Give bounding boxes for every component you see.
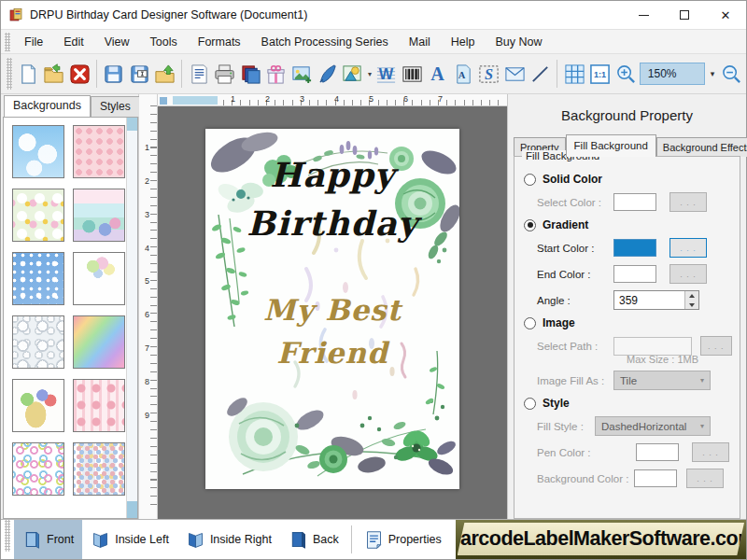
insert-shape-dropdown[interactable]: ▾	[366, 58, 374, 90]
card-greeting-line1[interactable]: Happy	[205, 155, 459, 194]
image-radio[interactable]	[524, 317, 536, 329]
background-thumbnail-pink-hearts[interactable]	[73, 125, 125, 178]
menu-formats[interactable]: Formats	[188, 32, 251, 52]
barcode-button[interactable]	[400, 58, 425, 90]
insert-image-button[interactable]	[289, 58, 314, 90]
tab-fill-background[interactable]: Fill Background	[566, 134, 656, 157]
background-thumbnail-pastel-balloons[interactable]	[73, 252, 125, 305]
zoom-level-dropdown[interactable]: ▾	[706, 63, 718, 85]
chevron-down-icon: ▾	[700, 376, 704, 385]
design-canvas[interactable]: Happy Birthday My Best Friend	[158, 106, 507, 519]
print-button[interactable]	[212, 58, 237, 90]
menu-view[interactable]: View	[94, 32, 140, 52]
angle-value[interactable]: 359	[614, 291, 684, 309]
draw-pen-button[interactable]	[315, 58, 340, 90]
close-document-button[interactable]	[67, 58, 92, 90]
maximize-button[interactable]	[664, 1, 705, 29]
image-option[interactable]: Image	[524, 316, 732, 329]
zoom-level-combobox[interactable]: 150%	[640, 63, 706, 85]
tab-styles[interactable]: Styles	[91, 96, 140, 117]
vertical-ruler: 1 2 3 4 5 6 7 8 9	[139, 94, 158, 519]
angle-spinner[interactable]: 359	[613, 290, 699, 310]
card-message-line1[interactable]: My Best	[205, 293, 459, 327]
actual-size-button[interactable]: 1:1	[587, 58, 613, 90]
properties-button[interactable]: Properties	[356, 520, 450, 559]
insert-shape-button[interactable]	[340, 58, 365, 90]
start-color-browse-button[interactable]: . . .	[669, 238, 707, 258]
solid-color-radio[interactable]	[524, 174, 536, 186]
vruler-number: 5	[145, 276, 149, 286]
gradient-option[interactable]: Gradient	[524, 218, 732, 231]
gradient-label: Gradient	[543, 218, 588, 231]
menu-buy-now[interactable]: Buy Now	[485, 32, 552, 52]
watermark-button[interactable]: W	[374, 58, 399, 90]
page-back-button[interactable]: Back	[280, 520, 347, 559]
start-color-swatch[interactable]	[613, 239, 656, 257]
menu-batch-processing-series[interactable]: Batch Processing Series	[251, 32, 399, 52]
page-inside-right-button[interactable]: Inside Right	[177, 520, 280, 559]
minimize-button[interactable]	[623, 1, 664, 29]
angle-decrement-button[interactable]	[685, 301, 698, 310]
menu-edit[interactable]: Edit	[53, 32, 94, 52]
export-file-button[interactable]	[152, 58, 177, 90]
sidebar-scrollbar[interactable]	[126, 118, 137, 518]
menu-mail[interactable]: Mail	[399, 32, 441, 52]
tab-background-effects[interactable]: Background Effects	[656, 137, 747, 157]
insert-text-button[interactable]: A	[425, 58, 450, 90]
svg-text:A: A	[458, 70, 466, 80]
print-preview-button[interactable]	[186, 58, 211, 90]
angle-increment-button[interactable]	[685, 291, 698, 301]
page-front-button[interactable]: Front	[14, 520, 82, 559]
background-thumbnail-pink-heart-curtain[interactable]	[73, 379, 125, 432]
angle-label: Angle :	[524, 295, 613, 306]
end-color-browse-button[interactable]: . . .	[669, 264, 707, 284]
insert-gift-button[interactable]	[263, 58, 289, 90]
pen-color-browse-button[interactable]: . . .	[692, 442, 729, 462]
open-file-button[interactable]	[41, 58, 66, 90]
background-thumbnail-cloudy-sky[interactable]	[12, 125, 64, 178]
signature-button[interactable]: S	[476, 58, 501, 90]
background-thumbnail-rainbow-tiedye[interactable]	[73, 315, 125, 369]
background-thumbnail-balloon-garlands[interactable]	[73, 442, 125, 496]
zoom-in-button[interactable]	[613, 58, 638, 90]
gradient-radio[interactable]	[524, 219, 536, 231]
branding-text: BarcodeLabelMakerSoftware.com	[456, 527, 746, 551]
card-greeting-line2[interactable]: Birthday	[205, 203, 459, 243]
select-path-browse-button[interactable]: . . .	[700, 336, 732, 356]
vruler-number: 3	[145, 210, 149, 219]
select-color-browse-button[interactable]: . . .	[669, 192, 707, 212]
save-as-button[interactable]	[127, 58, 152, 90]
save-button[interactable]	[101, 58, 126, 90]
background-thumbnail-starry-blue[interactable]	[12, 252, 64, 305]
background-color-browse-button[interactable]: . . .	[686, 469, 724, 488]
scrollbar-up-arrow[interactable]	[127, 118, 137, 131]
solid-color-label: Solid Color	[543, 173, 602, 186]
style-radio[interactable]	[524, 398, 536, 410]
background-thumbnail-daisy-flowers[interactable]	[12, 189, 64, 242]
signature-icon: S	[478, 63, 500, 85]
menu-file[interactable]: File	[14, 32, 53, 52]
background-thumbnail-soap-bubbles[interactable]	[12, 315, 64, 369]
card-message-line2[interactable]: Friend	[205, 336, 459, 370]
new-document-button[interactable]	[16, 58, 41, 90]
background-thumbnail-pastel-teddies[interactable]	[73, 189, 125, 242]
menu-tools[interactable]: Tools	[140, 32, 188, 52]
draw-line-button[interactable]	[528, 58, 553, 90]
background-thumbnail-happy-birthday-balloons[interactable]	[12, 379, 64, 432]
menu-help[interactable]: Help	[441, 32, 486, 52]
scrollbar-thumb[interactable]	[127, 501, 137, 518]
send-email-button[interactable]	[502, 58, 528, 90]
text-style-button[interactable]: A	[451, 58, 476, 90]
solid-color-option[interactable]: Solid Color	[524, 173, 732, 186]
background-thumbnail-colorful-hearts-doodle[interactable]	[12, 442, 64, 496]
card-front-page[interactable]: Happy Birthday My Best Friend	[205, 129, 459, 489]
color-copies-button[interactable]	[237, 58, 262, 90]
vruler-number: 9	[145, 411, 149, 420]
end-color-swatch[interactable]	[613, 265, 656, 283]
page-inside-left-button[interactable]: Inside Left	[82, 520, 177, 559]
zoom-out-button[interactable]	[719, 58, 744, 90]
grid-view-button[interactable]	[561, 58, 586, 90]
close-button[interactable]: ✕	[705, 1, 746, 29]
tab-backgrounds[interactable]: Backgrounds	[4, 95, 91, 117]
style-option[interactable]: Style	[524, 397, 732, 410]
